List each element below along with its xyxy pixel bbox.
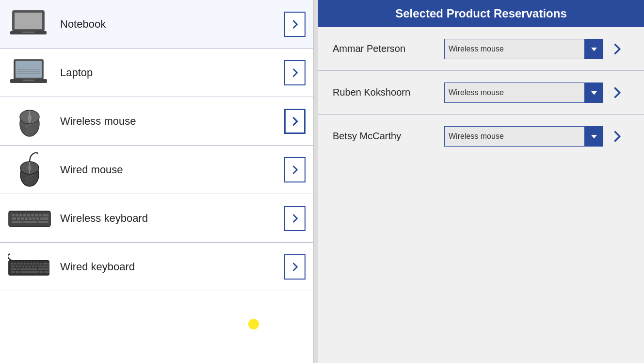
svg-point-14 [28,115,32,121]
select-dropdown-btn-betsy[interactable] [585,126,603,147]
svg-rect-54 [33,263,36,264]
svg-rect-26 [16,214,18,216]
right-panel: Selected Product Reservations Ammar Pete… [318,0,644,363]
svg-rect-49 [17,263,20,264]
navigate-wired-keyboard-btn[interactable] [284,254,306,280]
svg-rect-67 [11,268,16,270]
panel-title: Selected Product Reservations [318,0,644,27]
svg-rect-50 [21,263,23,264]
svg-rect-74 [39,271,43,273]
svg-rect-65 [35,265,37,267]
select-wrapper-ruben: Wireless mouse Wired mouse Laptop Notebo… [444,82,603,103]
select-wrapper-betsy: Wireless mouse Wired mouse Laptop Notebo… [444,126,603,147]
svg-rect-28 [23,214,26,216]
svg-rect-36 [21,217,24,220]
svg-rect-40 [36,217,39,220]
product-select-ammar[interactable]: Wireless mouse Wired mouse Laptop Notebo… [444,39,585,59]
product-select-wrapper-ruben: Wireless mouse Wired mouse Laptop Notebo… [444,82,629,103]
svg-rect-37 [25,217,28,220]
product-name-wired-mouse: Wired mouse [60,164,284,176]
product-select-wrapper-ammar: Wireless mouse Wired mouse Laptop Notebo… [444,39,629,59]
product-name-wireless-mouse: Wireless mouse [60,115,284,128]
svg-rect-68 [17,268,20,270]
svg-rect-69 [21,268,37,270]
product-item-wired-mouse[interactable]: SAMPLE NOT REL Wired mouse [0,146,313,194]
svg-point-21 [28,165,32,171]
svg-rect-58 [11,265,15,267]
navigate-wireless-mouse-btn[interactable] [284,109,306,134]
select-wrapper-ammar: Wireless mouse Wired mouse Laptop Notebo… [444,39,603,59]
reservation-row-betsy: Betsy McCarthy Wireless mouse Wired mous… [318,115,644,158]
svg-rect-64 [32,265,34,267]
svg-rect-47 [11,263,14,264]
person-name-ruben: Ruben Kokshoorn [333,87,444,98]
svg-rect-29 [27,214,30,216]
product-item-laptop[interactable]: Laptop [0,49,313,97]
product-image-wireless-mouse: SAMPLE DO NOT RELEASE [8,103,51,139]
navigate-notebook-btn[interactable] [284,12,306,37]
svg-rect-73 [20,271,39,273]
product-image-notebook [8,6,51,42]
navigate-wired-mouse-btn[interactable] [284,157,306,182]
svg-rect-41 [40,217,48,220]
product-select-ruben[interactable]: Wireless mouse Wired mouse Laptop Notebo… [444,82,585,103]
svg-rect-57 [43,263,49,264]
svg-rect-3 [22,32,34,33]
product-item-wireless-mouse[interactable]: SAMPLE DO NOT RELEASE Wireless mouse [0,97,313,146]
product-name-wired-keyboard: Wired keyboard [60,261,284,273]
person-name-ammar: Ammar Peterson [333,43,444,54]
svg-rect-70 [38,268,49,270]
svg-rect-75 [44,271,49,273]
svg-rect-55 [37,263,39,264]
product-image-wired-mouse: SAMPLE NOT REL [8,151,51,188]
svg-rect-48 [14,263,16,264]
product-image-wireless-keyboard: SAMPLE DO NOT RELEASE [8,200,51,236]
svg-rect-33 [43,214,48,216]
svg-rect-32 [39,214,42,216]
product-name-laptop: Laptop [60,66,284,79]
svg-marker-77 [591,91,597,95]
svg-rect-59 [16,265,18,267]
product-image-wired-keyboard [8,248,51,285]
svg-rect-72 [16,271,19,273]
svg-rect-39 [32,217,35,220]
svg-rect-63 [29,265,31,267]
product-item-wireless-keyboard[interactable]: SAMPLE DO NOT RELEASE Wireless keyboard [0,194,313,243]
svg-marker-78 [591,135,597,139]
svg-rect-66 [38,265,49,267]
svg-rect-43 [23,221,37,223]
svg-rect-61 [22,265,24,267]
svg-rect-1 [15,13,42,29]
product-image-laptop [8,54,51,91]
svg-rect-62 [25,265,28,267]
product-select-wrapper-betsy: Wireless mouse Wired mouse Laptop Notebo… [444,126,629,147]
select-dropdown-btn-ammar[interactable] [585,39,603,59]
navigate-ammar-btn[interactable] [608,39,626,59]
scrollbar[interactable] [314,0,318,363]
reservation-row-ruben: Ruben Kokshoorn Wireless mouse Wired mou… [318,71,644,115]
product-select-betsy[interactable]: Wireless mouse Wired mouse Laptop Notebo… [444,126,585,147]
navigate-ruben-btn[interactable] [608,82,626,103]
select-dropdown-btn-ruben[interactable] [585,82,603,103]
svg-rect-7 [23,80,34,81]
svg-rect-30 [31,214,34,216]
svg-rect-34 [12,217,16,220]
svg-rect-31 [35,214,38,216]
product-list: Notebook Laptop [0,0,314,363]
svg-rect-71 [11,271,15,273]
product-name-notebook: Notebook [60,18,284,31]
navigate-betsy-btn[interactable] [608,126,626,147]
svg-rect-60 [19,265,21,267]
svg-rect-51 [24,263,26,264]
product-item-notebook[interactable]: Notebook [0,0,313,49]
svg-rect-38 [29,217,32,220]
svg-rect-35 [17,217,20,220]
reservation-list: Ammar Peterson Wireless mouse Wired mous… [318,27,644,363]
svg-rect-25 [12,214,15,216]
svg-marker-76 [591,48,597,51]
navigate-wireless-keyboard-btn[interactable] [284,206,306,231]
navigate-laptop-btn[interactable] [284,60,306,85]
svg-rect-27 [19,214,22,216]
svg-rect-52 [27,263,30,264]
product-item-wired-keyboard[interactable]: Wired keyboard [0,243,313,291]
